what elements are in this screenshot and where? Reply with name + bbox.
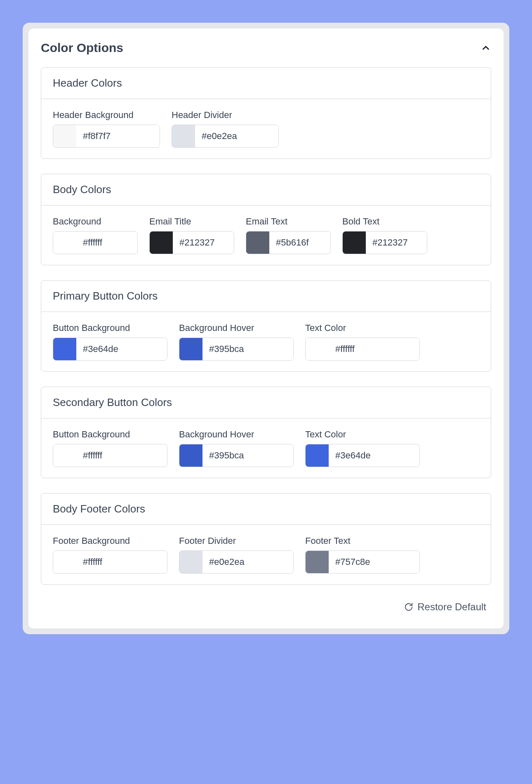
color-swatch[interactable] — [53, 231, 76, 254]
color-field-footer-bg: Footer Background — [53, 536, 167, 574]
color-input — [179, 550, 294, 574]
restore-row: Restore Default — [41, 595, 491, 616]
color-hex-input[interactable] — [76, 338, 167, 360]
section-title: Primary Button Colors — [53, 290, 479, 302]
color-hex-input[interactable] — [329, 444, 419, 467]
color-field-email-title: Email Title — [149, 216, 234, 254]
color-swatch[interactable] — [179, 551, 202, 573]
color-hex-input[interactable] — [202, 551, 293, 573]
color-field-secondary-btn-bg: Button Background — [53, 429, 167, 467]
color-input — [179, 444, 294, 467]
section-body: Button BackgroundBackground HoverText Co… — [41, 312, 491, 371]
chevron-up-icon[interactable] — [480, 43, 491, 53]
color-swatch[interactable] — [53, 125, 76, 147]
color-swatch[interactable] — [172, 125, 195, 147]
color-hex-input[interactable] — [202, 444, 293, 467]
field-label: Footer Background — [53, 536, 167, 546]
field-label: Background Hover — [179, 429, 294, 440]
page-title: Color Options — [41, 41, 123, 55]
color-field-email-text: Email Text — [246, 216, 331, 254]
refresh-icon — [404, 602, 413, 612]
color-field-body-background: Background — [53, 216, 138, 254]
color-input — [305, 338, 420, 361]
color-swatch[interactable] — [179, 444, 202, 467]
section-header: Body Footer Colors — [41, 494, 491, 525]
section-secondary-button-colors: Secondary Button ColorsButton Background… — [41, 387, 491, 478]
color-input — [53, 231, 138, 254]
section-title: Header Colors — [53, 77, 479, 90]
color-input — [172, 125, 279, 148]
section-body: Footer BackgroundFooter DividerFooter Te… — [41, 525, 491, 584]
color-swatch[interactable] — [53, 338, 76, 360]
color-input — [53, 338, 167, 361]
field-label: Button Background — [53, 429, 167, 440]
restore-default-label: Restore Default — [417, 601, 486, 613]
color-input — [53, 444, 167, 467]
color-input — [53, 550, 167, 574]
section-body-colors: Body ColorsBackgroundEmail TitleEmail Te… — [41, 174, 491, 265]
color-input — [305, 550, 420, 574]
color-field-header-divider: Header Divider — [172, 110, 279, 148]
color-hex-input[interactable] — [329, 338, 419, 360]
section-body: BackgroundEmail TitleEmail TextBold Text — [41, 205, 491, 265]
color-swatch[interactable] — [246, 231, 269, 254]
section-header: Header Colors — [41, 68, 491, 99]
color-swatch[interactable] — [306, 338, 329, 360]
restore-default-button[interactable]: Restore Default — [399, 598, 491, 616]
field-label: Background — [53, 216, 138, 227]
section-body-footer-colors: Body Footer ColorsFooter BackgroundFoote… — [41, 493, 491, 585]
color-swatch[interactable] — [53, 444, 76, 467]
color-field-footer-divider: Footer Divider — [179, 536, 294, 574]
section-body: Button BackgroundBackground HoverText Co… — [41, 418, 491, 478]
section-title: Body Footer Colors — [53, 503, 479, 515]
color-input — [342, 231, 427, 254]
color-hex-input[interactable] — [173, 231, 234, 254]
color-input — [305, 444, 420, 467]
field-label: Background Hover — [179, 323, 294, 333]
section-title: Body Colors — [53, 183, 479, 196]
color-field-secondary-btn-text: Text Color — [305, 429, 420, 467]
color-hex-input[interactable] — [76, 444, 167, 467]
color-hex-input[interactable] — [366, 231, 427, 254]
color-swatch[interactable] — [150, 231, 173, 254]
color-field-bold-text: Bold Text — [342, 216, 427, 254]
color-field-header-background: Header Background — [53, 110, 160, 148]
color-swatch[interactable] — [343, 231, 366, 254]
field-label: Header Divider — [172, 110, 279, 120]
color-swatch[interactable] — [53, 551, 76, 573]
section-header: Secondary Button Colors — [41, 387, 491, 418]
color-hex-input[interactable] — [329, 551, 419, 573]
field-label: Email Text — [246, 216, 331, 227]
color-field-primary-btn-bg: Button Background — [53, 323, 167, 361]
color-input — [149, 231, 234, 254]
section-primary-button-colors: Primary Button ColorsButton BackgroundBa… — [41, 280, 491, 372]
field-label: Text Color — [305, 323, 420, 333]
color-hex-input[interactable] — [76, 231, 137, 254]
field-label: Email Title — [149, 216, 234, 227]
field-label: Header Background — [53, 110, 160, 120]
color-hex-input[interactable] — [76, 551, 167, 573]
settings-card-outer: Color Options Header ColorsHeader Backgr… — [23, 23, 509, 634]
color-swatch[interactable] — [306, 551, 329, 573]
color-swatch[interactable] — [179, 338, 202, 360]
field-label: Button Background — [53, 323, 167, 333]
color-hex-input[interactable] — [195, 125, 278, 147]
settings-card: Color Options Header ColorsHeader Backgr… — [28, 28, 504, 628]
field-label: Text Color — [305, 429, 420, 440]
color-hex-input[interactable] — [76, 125, 160, 147]
section-header: Primary Button Colors — [41, 281, 491, 312]
color-hex-input[interactable] — [202, 338, 293, 360]
color-field-footer-text: Footer Text — [305, 536, 420, 574]
field-label: Bold Text — [342, 216, 427, 227]
section-header-colors: Header ColorsHeader BackgroundHeader Div… — [41, 67, 491, 159]
color-input — [246, 231, 331, 254]
color-hex-input[interactable] — [269, 231, 330, 254]
color-input — [53, 125, 160, 148]
color-field-secondary-btn-hover: Background Hover — [179, 429, 294, 467]
field-label: Footer Text — [305, 536, 420, 546]
color-input — [179, 338, 294, 361]
section-body: Header BackgroundHeader Divider — [41, 99, 491, 158]
panel-header: Color Options — [41, 41, 491, 55]
color-field-primary-btn-hover: Background Hover — [179, 323, 294, 361]
color-swatch[interactable] — [306, 444, 329, 467]
